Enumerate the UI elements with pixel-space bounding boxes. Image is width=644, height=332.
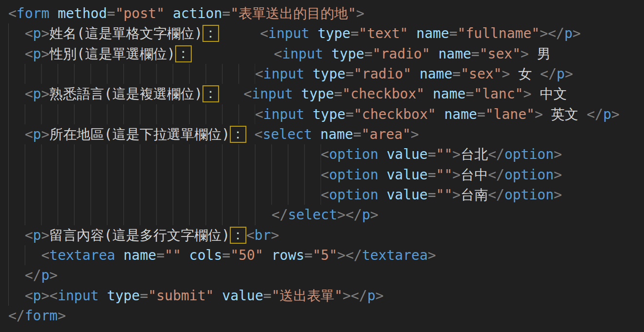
token-punctuation: < xyxy=(246,227,255,243)
code-line[interactable]: </p> xyxy=(8,265,644,285)
code-line[interactable]: <optionvalue="">台中</option> xyxy=(8,165,644,185)
token-punctuation: < xyxy=(25,46,33,62)
token-string-value: "送出表單" xyxy=(271,288,342,304)
token-punctuation: > xyxy=(271,227,279,243)
code-line[interactable]: <p>姓名(這是單格文字欄位)：<inputtype="text"name="f… xyxy=(8,23,644,43)
whitespace-gap xyxy=(304,104,313,124)
code-line[interactable]: </form> xyxy=(8,306,644,326)
token-punctuation: </ xyxy=(488,167,504,183)
code-line[interactable]: <p>留言內容(這是多行文字欄位)：<br> xyxy=(8,225,644,245)
token-punctuation: < xyxy=(41,247,49,263)
code-line[interactable]: <p><inputtype="submit"value="送出表單"></p> xyxy=(8,286,644,306)
token-plain-text: 台中 xyxy=(461,167,488,183)
whitespace-gap xyxy=(263,245,272,265)
token-tag-name: p xyxy=(33,288,41,304)
token-punctuation: < xyxy=(255,106,263,122)
code-line[interactable]: <p>熟悉語言(這是複選欄位)：<inputtype="checkbox"nam… xyxy=(8,84,644,104)
token-plain-text: 女 xyxy=(510,66,540,82)
token-tag-name: textarea xyxy=(362,247,428,263)
whitespace-gap xyxy=(49,3,58,23)
token-string-value: "post" xyxy=(115,5,164,21)
unicode-highlight-box: ： xyxy=(175,45,192,62)
token-attribute-name: type xyxy=(301,86,334,102)
whitespace-gap xyxy=(411,64,420,84)
token-punctuation: > xyxy=(611,106,620,122)
token-attribute-name: value xyxy=(386,187,427,203)
token-tag-name: p xyxy=(33,227,41,243)
token-string-value: "" xyxy=(436,167,453,183)
token-punctuation: > xyxy=(342,288,351,304)
code-line[interactable]: </select></p> xyxy=(8,205,644,225)
indent-guides xyxy=(8,265,25,285)
token-punctuation: </ xyxy=(351,288,367,304)
unicode-highlight-box: ： xyxy=(230,126,246,143)
token-attribute-name: name xyxy=(123,247,156,263)
token-punctuation: > xyxy=(554,187,562,203)
indent-guides xyxy=(8,64,255,84)
token-punctuation: < xyxy=(49,288,58,304)
indent-guides xyxy=(8,104,255,124)
token-string-value: "" xyxy=(164,247,181,263)
token-string-value: "lane" xyxy=(485,106,535,122)
unicode-highlight-box: ： xyxy=(202,25,219,42)
code-editor[interactable]: <formmethod="post"action="表單送出的目的地"><p>姓… xyxy=(0,0,644,332)
token-punctuation: = xyxy=(345,106,354,122)
code-line[interactable]: <optionvalue="">台南</option> xyxy=(8,185,644,205)
code-line[interactable]: <inputtype="checkbox"name="lane"> 英文 </p… xyxy=(8,104,644,124)
code-line[interactable]: <p>所在地區(這是下拉選單欄位)：<selectname="area"> xyxy=(8,124,644,144)
code-line[interactable]: <textareaname=""cols="50"rows="5"></text… xyxy=(8,245,644,265)
whitespace-gap xyxy=(192,44,274,64)
whitespace-gap xyxy=(219,23,260,43)
token-punctuation: < xyxy=(243,86,252,102)
token-string-value: "submit" xyxy=(148,288,214,304)
token-punctuation: > xyxy=(554,146,562,162)
token-punctuation: > xyxy=(41,288,49,304)
token-plain-text: 留言內容(這是多行文字欄位) xyxy=(49,227,230,243)
token-punctuation: </ xyxy=(540,66,557,82)
token-string-value: "fullname" xyxy=(458,25,540,41)
token-punctuation: > xyxy=(41,86,49,102)
token-punctuation: < xyxy=(25,25,33,41)
token-punctuation: = xyxy=(428,187,436,203)
token-punctuation: = xyxy=(345,66,354,82)
token-tag-name: p xyxy=(362,207,370,223)
code-line[interactable]: <formmethod="post"action="表單送出的目的地"> xyxy=(8,3,644,23)
indent-guides xyxy=(8,245,41,265)
token-punctuation: > xyxy=(41,25,49,41)
token-attribute-name: value xyxy=(386,146,427,162)
indent-guides xyxy=(8,185,321,205)
code-line[interactable]: <p>性別(這是單選欄位)：<inputtype="radio"name="se… xyxy=(8,44,644,64)
token-punctuation: > xyxy=(554,167,562,183)
token-punctuation: = xyxy=(222,247,230,263)
token-plain-text: 性別(這是單選欄位) xyxy=(49,46,175,62)
token-string-value: "表單送出的目的地" xyxy=(230,5,356,21)
token-plain-text: 台南 xyxy=(461,187,488,203)
token-string-value: "text" xyxy=(359,25,408,41)
token-string-value: "radio" xyxy=(354,66,411,82)
token-punctuation: > xyxy=(452,167,461,183)
whitespace-gap xyxy=(312,124,321,144)
whitespace-gap xyxy=(304,64,313,84)
indent-guides xyxy=(8,286,25,306)
token-plain-text: 所在地區(這是下拉選單欄位) xyxy=(49,126,230,142)
token-punctuation: > xyxy=(41,227,49,243)
token-tag-name: input xyxy=(263,106,304,122)
token-punctuation: = xyxy=(353,126,362,142)
token-string-value: "checkbox" xyxy=(342,86,425,102)
token-punctuation: > xyxy=(411,126,419,142)
token-string-value: "50" xyxy=(230,247,263,263)
token-attribute-name: value xyxy=(222,288,263,304)
token-punctuation: = xyxy=(452,66,461,82)
code-line[interactable]: <optionvalue="">台北</option> xyxy=(8,144,644,164)
token-punctuation: > xyxy=(337,247,345,263)
token-punctuation: > xyxy=(49,267,58,283)
token-punctuation: > xyxy=(58,308,66,324)
token-punctuation: < xyxy=(274,46,282,62)
token-punctuation: < xyxy=(8,5,17,21)
token-punctuation: </ xyxy=(345,207,362,223)
whitespace-gap xyxy=(309,23,318,43)
token-punctuation: = xyxy=(222,5,230,21)
token-punctuation: > xyxy=(523,86,531,102)
code-line[interactable]: <inputtype="radio"name="sex"> 女 </p> xyxy=(8,64,644,84)
whitespace-gap xyxy=(246,124,255,144)
